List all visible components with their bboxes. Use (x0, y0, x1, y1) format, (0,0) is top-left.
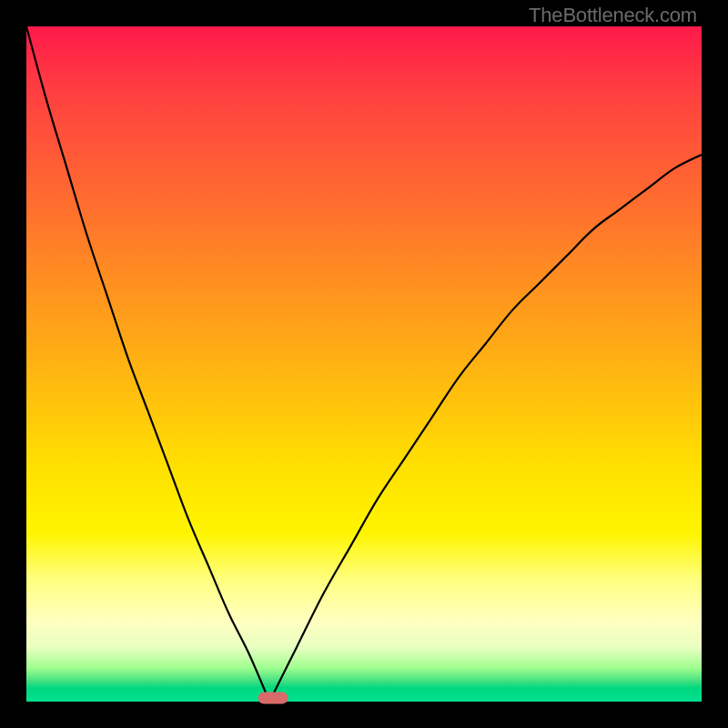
curve-left-branch (26, 26, 269, 702)
chart-frame: TheBottleneck.com (0, 0, 728, 728)
optimum-marker (258, 693, 288, 704)
plot-area (26, 26, 702, 702)
curve-right-branch (269, 155, 702, 702)
bottleneck-curve (26, 26, 702, 702)
attribution-text: TheBottleneck.com (529, 4, 697, 27)
